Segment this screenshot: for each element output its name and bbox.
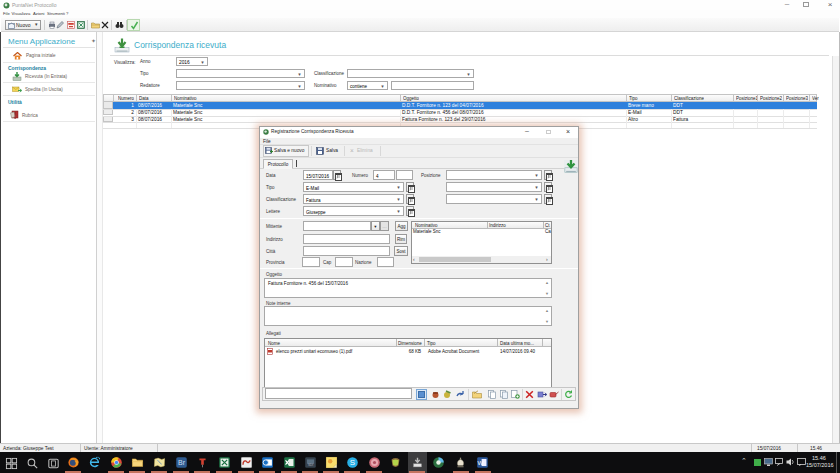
- svg-text:Br: Br: [178, 459, 186, 466]
- svg-text:W: W: [477, 459, 483, 466]
- svg-text:SDI: SDI: [308, 463, 313, 467]
- svg-text:S: S: [350, 458, 355, 467]
